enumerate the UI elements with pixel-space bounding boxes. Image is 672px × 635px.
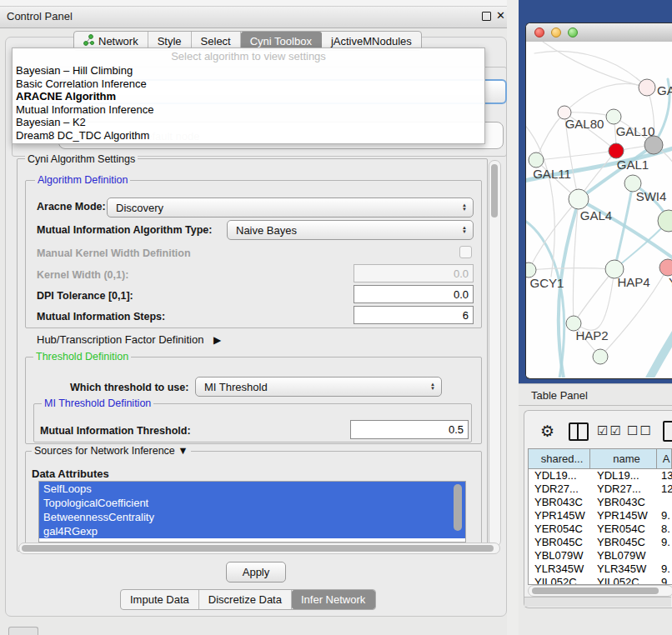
bottom-corner-button[interactable]: [8, 627, 38, 635]
table-horizontal-scrollbar[interactable]: [528, 585, 672, 597]
float-panel-icon[interactable]: [482, 12, 491, 21]
node-attribute-table: shared...nameA YDL19...YDL19...13YDR27..…: [528, 448, 672, 585]
column-header-2[interactable]: name: [590, 449, 657, 468]
settings-vertical-scrollbar[interactable]: [489, 160, 501, 547]
table-cell[interactable]: 9.: [657, 509, 672, 522]
table-cell[interactable]: [657, 549, 672, 562]
table-cell[interactable]: YBR045C: [529, 536, 590, 549]
settings-horizontal-scrollbar[interactable]: [18, 542, 500, 554]
network-canvas[interactable]: GAL80GAL10GAL1GAL11SWI4GAL4GCY1HAP4YHAP2…: [526, 42, 672, 378]
network-node-y[interactable]: [659, 259, 672, 276]
table-cell[interactable]: YLR345W: [529, 562, 590, 576]
table-cell[interactable]: YBR043C: [590, 496, 657, 509]
attribute-list-item[interactable]: gal4RGexp: [39, 524, 465, 538]
minimize-window-icon[interactable]: [551, 28, 561, 38]
zoom-window-icon[interactable]: [568, 28, 578, 38]
table-cell[interactable]: YDR27...: [529, 482, 590, 496]
table-cell[interactable]: YER054C: [529, 522, 590, 536]
table-cell[interactable]: YBL079W: [529, 549, 590, 562]
select-all-columns-icon[interactable]: ☑☑: [597, 423, 623, 438]
dropdown-item[interactable]: Bayesian – K2: [13, 116, 484, 129]
table-row[interactable]: YBR045CYBR045C9.: [529, 536, 672, 549]
attribute-list-item[interactable]: BetweennessCentrality: [39, 510, 465, 524]
dropdown-item[interactable]: Basic Correlation Inference: [13, 78, 484, 91]
network-node-gal10[interactable]: [606, 109, 621, 124]
table-cell[interactable]: YIL052C: [590, 576, 657, 585]
table-cell[interactable]: 13: [657, 469, 672, 482]
table-cell[interactable]: YPR145W: [529, 509, 590, 522]
network-edge: [536, 151, 616, 160]
dropdown-item[interactable]: Bayesian – Hill Climbing: [13, 64, 484, 78]
table-cell[interactable]: YER054C: [590, 522, 657, 536]
table-cell[interactable]: YPR145W: [590, 509, 657, 522]
table-cell[interactable]: YBR043C: [529, 496, 590, 509]
table-row[interactable]: YER054CYER054C8.: [529, 522, 672, 536]
network-window-titlebar[interactable]: [526, 23, 672, 42]
network-node[interactable]: [639, 79, 655, 96]
table-cell[interactable]: YBR045C: [590, 536, 657, 549]
export-table-icon[interactable]: [663, 421, 672, 442]
attribute-list-item[interactable]: SelfLoops: [39, 482, 465, 496]
aracne-mode-combo[interactable]: Discovery ▲▼: [107, 198, 474, 218]
table-cell[interactable]: YDL19...: [529, 469, 590, 482]
table-panel-title: Table Panel: [531, 389, 588, 402]
which-threshold-combo[interactable]: MI Threshold ▲▼: [195, 377, 442, 397]
sources-group-title[interactable]: Sources for Network Inference ▼: [32, 445, 191, 457]
table-cell[interactable]: 12: [657, 482, 672, 496]
mi-threshold-field[interactable]: 0.5: [350, 420, 469, 439]
column-layout-icon[interactable]: [569, 422, 589, 441]
apply-button[interactable]: Apply: [226, 562, 286, 582]
deselect-all-columns-icon[interactable]: ☐☐: [627, 423, 653, 438]
attribute-list-scrollbar-thumb[interactable]: [454, 484, 462, 531]
which-threshold-value: MI Threshold: [204, 381, 268, 393]
settings-vertical-scrollbar-thumb[interactable]: [491, 164, 498, 218]
network-node[interactable]: [593, 349, 608, 364]
network-node[interactable]: [658, 210, 672, 232]
network-node-gal11[interactable]: [529, 152, 544, 168]
network-node-gal1[interactable]: [609, 143, 624, 158]
table-row[interactable]: YIL052CYIL052C9: [529, 576, 672, 585]
table-row[interactable]: YBL079WYBL079W: [529, 549, 672, 562]
mi-type-combo[interactable]: Naive Bayes ▲▼: [227, 220, 474, 240]
table-cell[interactable]: YBL079W: [590, 549, 657, 562]
network-node-gal4[interactable]: [569, 189, 589, 209]
table-cell[interactable]: 9.: [657, 562, 672, 576]
column-header-3[interactable]: A: [657, 449, 672, 468]
tab-discretize-data[interactable]: Discretize Data: [199, 590, 292, 609]
settings-horizontal-scrollbar-thumb[interactable]: [22, 545, 494, 552]
manual-kernel-checkbox[interactable]: [459, 246, 472, 258]
kernel-width-field[interactable]: 0.0: [354, 264, 474, 282]
attribute-list-item[interactable]: TopologicalCoefficient: [39, 496, 465, 510]
close-window-icon[interactable]: [534, 28, 544, 38]
network-node[interactable]: [644, 136, 663, 154]
tab-label: Network: [98, 35, 138, 48]
table-row[interactable]: YBR043CYBR043C: [529, 496, 672, 509]
hub-definition-expander[interactable]: Hub/Transcription Factor Definition ▶: [37, 333, 221, 346]
table-cell[interactable]: 9: [657, 576, 672, 585]
dropdown-item[interactable]: Dream8 DC_TDC Algorithm: [13, 129, 484, 142]
data-attributes-list[interactable]: SelfLoopsTopologicalCoefficientBetweenne…: [38, 481, 466, 542]
table-cell[interactable]: YDR27...: [590, 482, 657, 496]
mi-steps-field[interactable]: 6: [354, 306, 474, 324]
table-cell[interactable]: YLR345W: [590, 562, 657, 576]
node-label: GAL11: [533, 167, 571, 181]
tab-infer-network[interactable]: Infer Network: [292, 590, 375, 609]
table-cell[interactable]: YIL052C: [529, 576, 590, 585]
table-cell[interactable]: 8.: [657, 522, 672, 536]
table-row[interactable]: YDR27...YDR27...12: [529, 482, 672, 496]
dpi-tolerance-field[interactable]: 0.0: [354, 285, 474, 303]
table-settings-gear-icon[interactable]: ⚙: [540, 422, 554, 441]
table-cell[interactable]: [657, 496, 672, 509]
table-cell[interactable]: YDL19...: [590, 469, 657, 482]
table-row[interactable]: YLR345WYLR345W9.: [529, 562, 672, 576]
column-header-1[interactable]: shared...: [529, 449, 590, 468]
close-panel-icon[interactable]: ✕: [496, 9, 505, 22]
table-row[interactable]: YDL19...YDL19...13: [529, 469, 672, 482]
dropdown-item[interactable]: Mutual Information Inference: [13, 103, 484, 117]
tab-label: Select: [201, 35, 231, 48]
table-horizontal-scrollbar-thumb[interactable]: [532, 588, 659, 594]
table-cell[interactable]: 9.: [657, 536, 672, 549]
table-row[interactable]: YPR145WYPR145W9.: [529, 509, 672, 522]
dropdown-item[interactable]: ARACNE Algorithm: [13, 90, 484, 103]
tab-impute-data[interactable]: Impute Data: [121, 590, 199, 609]
